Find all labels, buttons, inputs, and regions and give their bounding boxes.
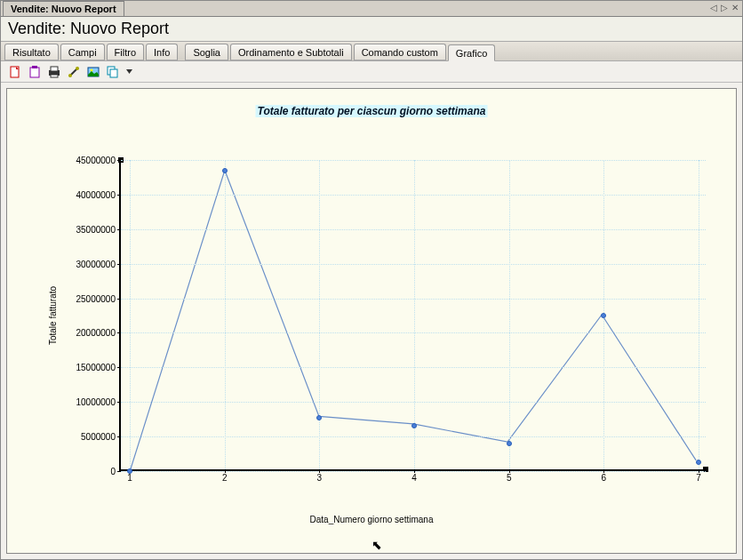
- y-tick-mark: [117, 160, 121, 161]
- print-icon[interactable]: [47, 65, 61, 79]
- chart-plot-area: 0500000010000000150000002000000025000000…: [119, 160, 706, 471]
- y-tick-label: 30000000: [76, 259, 116, 268]
- gridline-v: [225, 160, 226, 469]
- data-point: [222, 168, 228, 173]
- tab-ordinamento[interactable]: Ordinamento e Subtotali: [230, 44, 352, 60]
- copy-icon[interactable]: [106, 65, 120, 79]
- tab-filtro[interactable]: Filtro: [107, 44, 144, 60]
- gridline-h: [121, 367, 706, 368]
- window-tab-bar: Vendite: Nuovo Report ◁ ▷ ✕: [1, 1, 742, 17]
- y-tick-mark: [117, 402, 121, 403]
- gridline-v: [130, 160, 131, 469]
- y-tick-mark: [117, 264, 121, 265]
- y-tick-mark: [117, 229, 121, 230]
- gridline-h: [121, 402, 706, 403]
- gridline-v: [319, 160, 320, 469]
- clipboard-icon[interactable]: [28, 65, 42, 79]
- svg-rect-5: [51, 75, 58, 77]
- chart-panel: Totale fatturato per ciascun giorno sett…: [6, 88, 737, 554]
- gridline-v: [699, 160, 699, 469]
- x-tick-mark: [603, 469, 604, 473]
- x-tick-label: 3: [317, 473, 323, 483]
- x-tick-label: 4: [411, 473, 417, 483]
- x-tick-mark: [225, 469, 226, 473]
- tab-risultato[interactable]: Risultato: [4, 44, 59, 60]
- window-tab[interactable]: Vendite: Nuovo Report: [3, 1, 124, 16]
- x-tick-mark: [319, 469, 320, 473]
- svg-rect-1: [30, 68, 39, 77]
- tab-next-icon[interactable]: ▷: [721, 3, 728, 12]
- tab-campi[interactable]: Campi: [60, 44, 105, 60]
- image-icon[interactable]: [86, 65, 100, 79]
- tab-comando-custom[interactable]: Comando custom: [354, 44, 446, 60]
- gridline-h: [121, 436, 706, 437]
- x-tick-mark: [414, 469, 415, 473]
- svg-point-7: [76, 67, 79, 70]
- y-tick-label: 35000000: [76, 224, 116, 234]
- cursor-icon: ⬉: [372, 538, 382, 552]
- data-point: [507, 441, 512, 446]
- y-tick-mark: [117, 471, 121, 472]
- x-tick-mark: [509, 469, 510, 473]
- x-tick-label: 2: [222, 473, 228, 483]
- y-tick-label: 45000000: [76, 156, 116, 165]
- y-tick-mark: [117, 367, 121, 368]
- x-tick-label: 5: [507, 473, 512, 483]
- report-window: Vendite: Nuovo Report ◁ ▷ ✕ Vendite: Nuo…: [0, 0, 743, 560]
- chart-title: Totale fatturato per ciascun giorno sett…: [256, 105, 488, 117]
- svg-point-6: [68, 74, 72, 77]
- report-tabs: Risultato Campi Filtro Info Soglia Ordin…: [1, 42, 742, 61]
- data-point: [601, 313, 606, 318]
- tab-info[interactable]: Info: [146, 44, 178, 60]
- toolbar: [1, 61, 742, 83]
- y-tick-mark: [117, 299, 121, 300]
- y-tick-label: 20000000: [76, 328, 116, 338]
- x-tick-mark: [699, 469, 699, 473]
- y-tick-mark: [117, 332, 121, 333]
- gridline-h: [121, 264, 706, 265]
- gridline-h: [121, 160, 706, 161]
- y-tick-mark: [117, 195, 121, 196]
- window-tab-controls: ◁ ▷ ✕: [710, 3, 739, 12]
- y-tick-label: 40000000: [76, 189, 116, 199]
- data-point: [696, 460, 701, 465]
- y-tick-label: 25000000: [76, 293, 116, 303]
- tools-icon[interactable]: [67, 65, 81, 79]
- y-tick-label: 15000000: [76, 363, 116, 372]
- data-point: [411, 423, 417, 428]
- y-tick-label: 0: [110, 467, 116, 476]
- x-axis-label: Data_Numero giorno settimana: [310, 515, 434, 524]
- chart-container: Totale fatturato per ciascun giorno sett…: [1, 83, 742, 559]
- data-point: [127, 468, 132, 474]
- svg-rect-2: [32, 66, 37, 68]
- gridline-h: [121, 471, 706, 472]
- gridline-h: [121, 299, 706, 300]
- page-title: Vendite: Nuovo Report: [1, 17, 742, 42]
- gridline-h: [121, 229, 706, 230]
- svg-rect-11: [110, 69, 117, 77]
- svg-rect-4: [51, 67, 58, 71]
- y-tick-label: 5000000: [81, 432, 116, 442]
- data-point: [316, 415, 322, 420]
- tab-soglia[interactable]: Soglia: [185, 44, 228, 60]
- y-axis-label: Totale fatturato: [48, 286, 58, 345]
- tab-close-icon[interactable]: ✕: [731, 3, 739, 12]
- tab-prev-icon[interactable]: ◁: [710, 3, 717, 12]
- tab-grafico[interactable]: Grafico: [448, 44, 495, 61]
- y-tick-label: 10000000: [76, 397, 116, 407]
- x-tick-label: 1: [127, 473, 132, 483]
- gridline-h: [121, 332, 706, 333]
- new-file-icon[interactable]: [8, 65, 22, 79]
- y-tick-mark: [117, 436, 121, 437]
- x-tick-label: 6: [602, 473, 607, 483]
- dropdown-icon[interactable]: [125, 65, 132, 79]
- gridline-v: [509, 160, 510, 469]
- gridline-h: [121, 195, 706, 196]
- x-tick-label: 7: [696, 473, 701, 483]
